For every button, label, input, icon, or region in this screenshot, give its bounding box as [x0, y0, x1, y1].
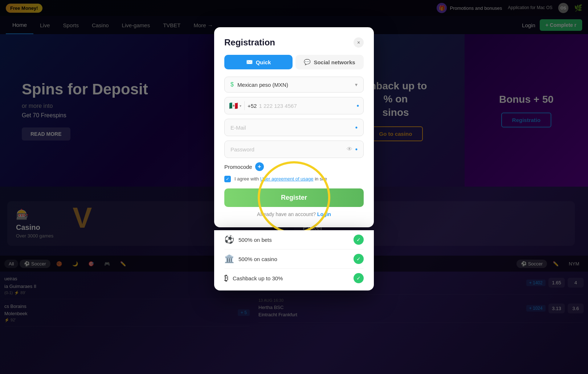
- bonus-casino-text: 500% on casino: [238, 256, 349, 262]
- flag-icon: 🇲🇽: [229, 101, 238, 110]
- bonus-casino-icon: 🏛️: [224, 254, 234, 264]
- agree-prefix: I agree with: [234, 176, 260, 182]
- phone-required-dot: •: [357, 102, 359, 110]
- already-text: Already have an account?: [257, 211, 317, 217]
- flag-selector[interactable]: 🇲🇽 ▾: [229, 101, 245, 110]
- eye-icon: 👁: [347, 146, 352, 153]
- already-account-row: Already have an account? Login: [224, 211, 364, 217]
- password-required-dot: •: [355, 146, 358, 153]
- registration-modal: Registration × ✉️ Quick 💬 Social network…: [214, 27, 374, 227]
- password-input-row[interactable]: Password 👁 •: [224, 141, 364, 158]
- user-agreement-link[interactable]: User agreement of usage: [260, 176, 314, 182]
- email-input-row[interactable]: E-Mail •: [224, 119, 364, 136]
- register-button[interactable]: Register: [224, 188, 364, 207]
- password-input[interactable]: Password: [230, 146, 347, 153]
- add-promocode-button[interactable]: +: [255, 162, 264, 171]
- tab-quick[interactable]: ✉️ Quick: [224, 55, 293, 69]
- tab-social[interactable]: 💬 Social networks: [295, 55, 364, 69]
- checkmark-icon: ✓: [226, 176, 229, 182]
- currency-dropdown[interactable]: $ Mexican peso (MXN) ▾: [224, 77, 364, 93]
- email-tab-icon: ✉️: [246, 59, 253, 65]
- agree-text: I agree with User agreement of usage in …: [234, 175, 327, 183]
- modal-title: Registration: [224, 37, 275, 48]
- currency-value: Mexican peso (MXN): [237, 82, 351, 88]
- register-btn-wrapper: Register: [224, 188, 364, 207]
- email-required-dot: •: [355, 124, 358, 131]
- bonus-cashback-icon: ₿: [224, 273, 228, 283]
- bonus-bets-icon: ⚽: [224, 235, 234, 244]
- checkbox-row: ✓ I agree with User agreement of usage i…: [224, 175, 364, 183]
- bonus-item-bets: ⚽ 500% on bets ✓: [224, 230, 364, 249]
- tab-quick-label: Quick: [256, 59, 271, 65]
- phone-input-row: 🇲🇽 ▾ +52 1 222 123 4567 •: [224, 97, 364, 114]
- bonus-item-cashback: ₿ Cashback up to 30% ✓: [224, 269, 364, 288]
- social-tab-icon: 💬: [304, 59, 311, 65]
- chevron-down-icon: ▾: [355, 82, 358, 88]
- promocode-row: Promocode +: [224, 162, 364, 171]
- bonus-cashback-check: ✓: [354, 273, 364, 283]
- email-input[interactable]: E-Mail: [230, 125, 355, 131]
- bonus-cashback-text: Cashback up to 30%: [233, 275, 349, 281]
- tab-row: ✉️ Quick 💬 Social networks: [224, 55, 364, 69]
- modal-header: Registration ×: [224, 37, 364, 48]
- bonus-item-casino: 🏛️ 500% on casino ✓: [224, 249, 364, 269]
- bonus-bets-check: ✓: [354, 235, 364, 245]
- currency-dollar-icon: $: [230, 81, 234, 88]
- phone-input[interactable]: 1 222 123 4567: [259, 103, 356, 109]
- bonus-panel: ⚽ 500% on bets ✓ 🏛️ 500% on casino ✓ ₿ C…: [214, 230, 374, 290]
- agree-checkbox[interactable]: ✓: [224, 176, 231, 182]
- phone-prefix: +52: [248, 103, 257, 109]
- close-button[interactable]: ×: [354, 37, 364, 48]
- flag-chevron-icon: ▾: [240, 104, 241, 108]
- login-link[interactable]: Login: [317, 211, 331, 217]
- agree-suffix: in site: [314, 176, 327, 182]
- bonus-casino-check: ✓: [354, 254, 364, 264]
- bonus-bets-text: 500% on bets: [238, 237, 349, 243]
- promocode-label: Promocode: [224, 164, 252, 170]
- tab-social-label: Social networks: [314, 59, 355, 65]
